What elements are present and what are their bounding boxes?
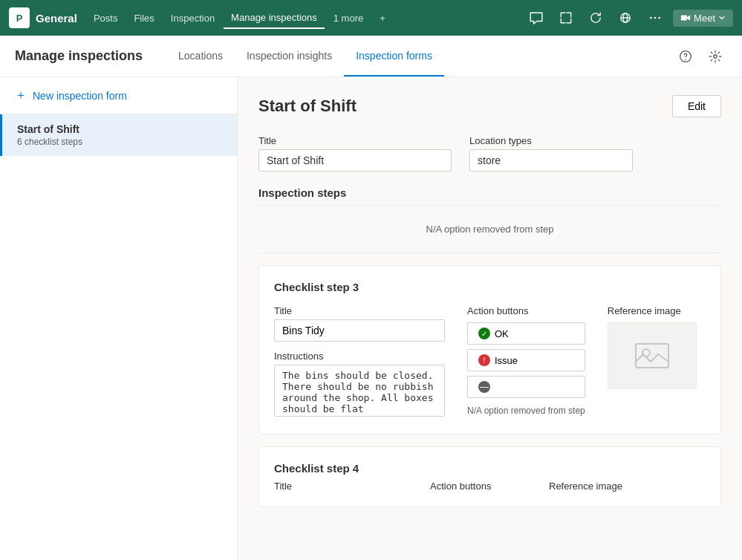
edit-button[interactable]: Edit bbox=[672, 95, 721, 117]
tab-locations[interactable]: Locations bbox=[166, 36, 235, 76]
step-4-action-buttons-label: Action buttons bbox=[430, 481, 527, 492]
step-4-action-col: Action buttons bbox=[430, 481, 527, 492]
step-3-title-label: Title bbox=[274, 305, 445, 316]
tab-inspection-insights[interactable]: Inspection insights bbox=[235, 36, 344, 76]
step-3-na-note: N/A option removed from step bbox=[467, 406, 585, 416]
na-button[interactable]: — bbox=[467, 376, 585, 398]
svg-rect-5 bbox=[681, 16, 687, 21]
divider-top bbox=[258, 253, 721, 253]
svg-point-7 bbox=[685, 59, 686, 60]
svg-point-2 bbox=[650, 17, 652, 19]
svg-point-8 bbox=[714, 54, 717, 58]
subheader-tabs: Locations Inspection insights Inspection… bbox=[166, 36, 444, 76]
title-input[interactable]: Start of Shift bbox=[258, 149, 452, 172]
ok-icon: ✓ bbox=[478, 328, 490, 339]
subheader-title: Manage inspections bbox=[15, 48, 143, 64]
avatar: P bbox=[9, 7, 30, 28]
top-fields-row: Title Start of Shift Location types stor… bbox=[258, 135, 721, 172]
step-3-fields: Title Instructions The bins should be cl… bbox=[274, 305, 706, 419]
svg-point-3 bbox=[654, 17, 657, 19]
location-types-input[interactable]: store bbox=[469, 149, 633, 172]
checklist-step-4: Checklist step 4 Title Action buttons Re… bbox=[258, 446, 721, 507]
reference-image-placeholder bbox=[608, 322, 697, 389]
step-3-heading: Checklist step 3 bbox=[274, 281, 706, 293]
meet-button[interactable]: Meet bbox=[673, 10, 733, 27]
form-header: Start of Shift Edit bbox=[258, 95, 721, 117]
nav-files[interactable]: Files bbox=[126, 8, 161, 28]
nav-more[interactable]: 1 more bbox=[326, 8, 371, 28]
step-3-title-input[interactable] bbox=[274, 319, 445, 342]
step-4-heading: Checklist step 4 bbox=[274, 462, 706, 475]
inspection-steps-title: Inspection steps bbox=[258, 186, 721, 206]
ok-label: OK bbox=[495, 328, 509, 339]
nav-manage-inspections[interactable]: Manage inspections bbox=[224, 7, 325, 29]
nav-inspection[interactable]: Inspection bbox=[163, 8, 222, 28]
step-4-title-col: Title bbox=[274, 481, 408, 492]
location-types-field-group: Location types store bbox=[469, 135, 633, 172]
new-inspection-form-button[interactable]: ＋ New inspection form bbox=[0, 77, 237, 114]
topbar: P General Posts Files Inspection Manage … bbox=[0, 0, 742, 36]
subheader-actions bbox=[674, 45, 727, 68]
step-4-fields: Title Action buttons Reference image bbox=[274, 481, 706, 492]
na-note-top: N/A option removed from step bbox=[258, 218, 721, 241]
settings-icon[interactable] bbox=[703, 45, 727, 68]
step-3-instructions-group: Instructions The bins should be closed. … bbox=[274, 351, 445, 419]
plus-icon: ＋ bbox=[15, 88, 27, 103]
form-title: Start of Shift bbox=[258, 97, 357, 116]
nav-add[interactable]: + bbox=[372, 8, 393, 28]
globe-icon[interactable] bbox=[614, 6, 637, 30]
meet-label: Meet bbox=[694, 13, 715, 24]
sidebar-item-sub: 6 checklist steps bbox=[17, 137, 222, 147]
step-3-left: Title Instructions The bins should be cl… bbox=[274, 305, 445, 419]
title-field-group: Title Start of Shift bbox=[258, 135, 452, 172]
checklist-step-3: Checklist step 3 Title Instructions The … bbox=[258, 265, 721, 434]
issue-icon: ! bbox=[478, 354, 490, 366]
main-content: Start of Shift Edit Title Start of Shift… bbox=[238, 77, 742, 560]
sidebar-item-start-of-shift[interactable]: Start of Shift 6 checklist steps bbox=[0, 114, 237, 156]
step-4-title-label: Title bbox=[274, 481, 408, 492]
tab-inspection-forms[interactable]: Inspection forms bbox=[344, 36, 444, 76]
subheader: Manage inspections Locations Inspection … bbox=[0, 36, 742, 77]
app-name: General bbox=[36, 12, 77, 25]
svg-point-4 bbox=[658, 17, 660, 19]
step-3-instructions-label: Instructions bbox=[274, 351, 445, 362]
ok-button[interactable]: ✓ OK bbox=[467, 322, 585, 345]
step-3-title-group: Title bbox=[274, 305, 445, 342]
step-3-ref-image-label: Reference image bbox=[608, 305, 697, 316]
issue-label: Issue bbox=[495, 355, 518, 366]
refresh-icon[interactable] bbox=[584, 6, 608, 30]
sidebar: ＋ New inspection form Start of Shift 6 c… bbox=[0, 77, 238, 560]
step-3-actions: Action buttons ✓ OK ! Issue — N/A option bbox=[467, 305, 585, 416]
new-form-label: New inspection form bbox=[33, 90, 127, 102]
sidebar-item-name: Start of Shift bbox=[17, 123, 222, 135]
step-3-reference-image: Reference image bbox=[608, 305, 697, 389]
expand-icon[interactable] bbox=[554, 6, 578, 30]
step-3-instructions-input[interactable]: The bins should be closed. There should … bbox=[274, 365, 445, 417]
step-3-action-buttons-label: Action buttons bbox=[467, 305, 585, 316]
na-icon: — bbox=[478, 381, 490, 393]
main-layout: ＋ New inspection form Start of Shift 6 c… bbox=[0, 77, 742, 560]
ellipsis-icon[interactable] bbox=[643, 6, 667, 30]
chat-icon[interactable] bbox=[524, 6, 548, 30]
step-4-ref-col: Reference image bbox=[549, 481, 622, 492]
nav-posts[interactable]: Posts bbox=[86, 8, 126, 28]
help-icon[interactable] bbox=[674, 45, 697, 68]
step-4-ref-image-label: Reference image bbox=[549, 481, 622, 492]
content-area: Manage inspections Locations Inspection … bbox=[0, 36, 742, 560]
topbar-right: Meet bbox=[524, 6, 733, 30]
issue-button[interactable]: ! Issue bbox=[467, 349, 585, 371]
title-label: Title bbox=[258, 135, 452, 146]
top-nav: Posts Files Inspection Manage inspection… bbox=[86, 7, 393, 29]
location-types-label: Location types bbox=[469, 135, 633, 146]
